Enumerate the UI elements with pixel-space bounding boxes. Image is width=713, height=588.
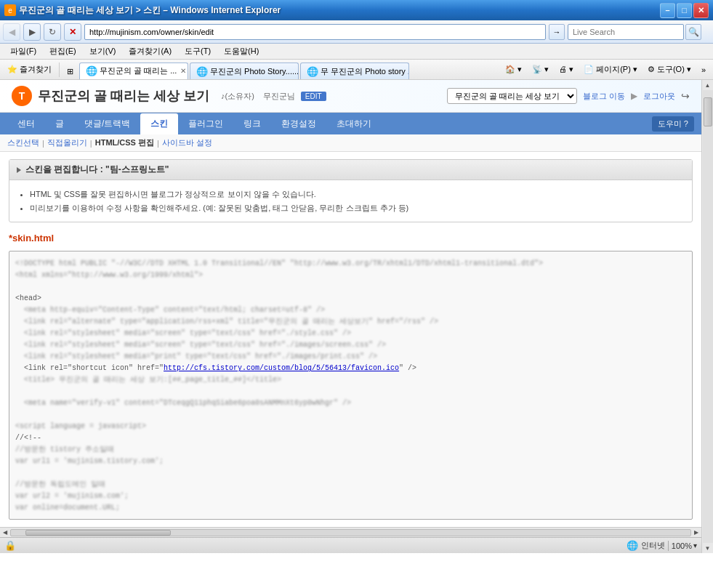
code-line-20: //방문한 독립도메인 일때	[15, 479, 686, 490]
code-editor[interactable]: <!DOCTYPE html PUBLIC "-//W3C//DTD XHTML…	[9, 251, 693, 520]
code-line-3	[15, 281, 686, 292]
favorites-grid-btn[interactable]: ⊞	[63, 64, 78, 80]
scroll-thumb[interactable]	[25, 530, 171, 536]
zoom-control[interactable]: 100% ▾	[672, 541, 697, 550]
status-bar: 🔒 🌐 인터넷 100% ▾	[0, 537, 701, 553]
print-button[interactable]: 🖨 ▾	[555, 62, 578, 78]
tab-comments[interactable]: 댓글/트랙백	[74, 113, 140, 134]
section-header: 스킨을 편집합니다 : "팀-스프링노트"	[9, 160, 692, 180]
section-title: 스킨을 편집합니다 : "팀-스프링노트"	[25, 164, 169, 176]
tab-invite[interactable]: 초대하기	[326, 113, 382, 134]
tab-1-close[interactable]: ✕	[180, 67, 186, 75]
blog-logo-area: T 무진군의 골 때리는 세상 보기 ♪(소유자) 무진군님 EDIT	[12, 86, 326, 106]
tab-3[interactable]: 🌐 무 무진군의 Photo story ... ✕	[300, 63, 409, 80]
code-line-14	[15, 409, 686, 420]
code-line-13: <meta name="verify-v1" content="DTceqgQ1…	[15, 398, 686, 408]
titlebar-title: 무진군의 골 때리는 세상 보기 > 스킨 – Windows Internet…	[19, 4, 657, 17]
scroll-left-arrow[interactable]: ◀	[1, 529, 9, 536]
breadcrumb-skin-select[interactable]: 스킨선택	[7, 137, 39, 148]
tab-settings[interactable]: 환경설정	[271, 113, 326, 134]
edit-button[interactable]: EDIT	[301, 92, 326, 101]
address-bar-container: →	[84, 24, 565, 40]
forward-button[interactable]: ▶	[23, 23, 41, 41]
tab-posts[interactable]: 글	[45, 113, 74, 134]
tab-2[interactable]: 🌐 무진군의 Photo Story...... ✕	[190, 63, 299, 80]
back-button[interactable]: ◀	[3, 23, 20, 41]
menu-help[interactable]: 도움말(H)	[218, 44, 265, 58]
main-content: 스킨을 편집합니다 : "팀-스프링노트" HTML 및 CSS를 잘못 편집하…	[0, 152, 701, 527]
search-input[interactable]	[568, 24, 684, 40]
nav-tabs: 센터 글 댓글/트랙백 스킨 플러그인 링크 환경설정 초대하기 도우미 ?	[0, 113, 701, 134]
search-container: 🔍	[568, 24, 701, 40]
titlebar-icon: e	[4, 4, 16, 16]
code-line-16: //<!--	[15, 432, 686, 443]
code-line-9: <link rel="stylesheet" media="print" typ…	[15, 351, 686, 362]
tab-link[interactable]: 링크	[233, 113, 271, 134]
menu-view[interactable]: 보기(V)	[84, 44, 122, 58]
scroll-down-arrow[interactable]: ▼	[703, 543, 713, 553]
code-line-22: var online=document.URL;	[15, 502, 686, 513]
menu-favorites[interactable]: 즐겨찾기(A)	[123, 44, 177, 58]
code-line-5: <meta http-equiv="Content-Type" content=…	[15, 305, 686, 315]
go-button[interactable]: →	[549, 24, 565, 40]
tools-button[interactable]: ⚙ 도구(O) ▾	[643, 62, 696, 78]
favorites-bar: ⭐ 즐겨찾기 ⊞ 🌐 무진군의 골 때리는 ... ✕ 🌐 무진군의 Photo…	[0, 60, 713, 80]
home-button[interactable]: 🏠 ▾	[501, 62, 526, 78]
breadcrumb-sidebar[interactable]: 사이드바 설정	[162, 137, 212, 148]
tab-3-label: 무 무진군의 Photo story ...	[321, 66, 409, 77]
horizontal-scrollbar[interactable]: ◀ ▶	[0, 527, 701, 537]
breadcrumb-upload[interactable]: 직접올리기	[47, 137, 87, 148]
address-input[interactable]	[84, 24, 546, 40]
stop-button[interactable]: ✕	[64, 23, 81, 41]
maximize-button[interactable]: □	[677, 3, 692, 18]
page-button[interactable]: 📄 페이지(P) ▾	[579, 62, 642, 78]
browser-content-area: T 무진군의 골 때리는 세상 보기 ♪(소유자) 무진군님 EDIT 무진군의…	[0, 80, 713, 553]
favorites-button[interactable]: ⭐ 즐겨찾기	[3, 62, 56, 78]
warning-1: HTML 및 CSS를 잘못 편집하시면 블로그가 정상적으로 보이지 않을 수…	[30, 188, 680, 201]
help-button[interactable]: 도우미 ?	[652, 116, 694, 132]
breadcrumb: 스킨선택 | 직접올리기 | HTML/CSS 편집 | 사이드바 설정	[0, 134, 701, 152]
scroll-right-arrow[interactable]: ▶	[693, 529, 700, 536]
warning-2: 미리보기를 이용하여 수정 사항을 확인해주세요. (예: 잘못된 맞춤법, 태…	[30, 201, 680, 215]
blog-move-btn[interactable]: 블로그 이동	[583, 91, 625, 102]
refresh-button[interactable]: ↻	[44, 23, 61, 41]
section-toggle-icon[interactable]	[17, 167, 21, 173]
code-line-17: //방문한 tistory 주소일때	[15, 444, 686, 455]
username: 무진군님	[263, 91, 295, 102]
code-line-18: var url1 = 'mujinism.tistory.com';	[15, 456, 686, 467]
info-section: 스킨을 편집합니다 : "팀-스프링노트" HTML 및 CSS를 잘못 편집하…	[9, 159, 693, 222]
menu-file[interactable]: 파일(F)	[4, 44, 42, 58]
code-line-10: <link rel="shortcut icon" href="http://c…	[15, 363, 686, 374]
status-zone: 🌐 인터넷 100% ▾	[627, 540, 697, 551]
minimize-button[interactable]: –	[660, 3, 675, 18]
code-line-19	[15, 467, 686, 478]
blog-nav-select[interactable]: 무진군의 골 때리는 세상 보기	[447, 88, 577, 104]
code-line-2: <html xmlns="http://www.w3.org/1999/xhtm…	[15, 270, 686, 281]
scroll-vertical-thumb[interactable]	[704, 97, 712, 126]
section-body: HTML 및 CSS를 잘못 편집하시면 블로그가 정상적으로 보이지 않을 수…	[9, 180, 692, 222]
scroll-up-arrow[interactable]: ▲	[703, 80, 713, 90]
tab-plugin[interactable]: 플러그인	[178, 113, 233, 134]
close-button[interactable]: ✕	[693, 3, 709, 18]
titlebar: e 무진군의 골 때리는 세상 보기 > 스킨 – Windows Intern…	[0, 0, 713, 20]
scroll-track	[10, 529, 691, 536]
zoom-dropdown-icon[interactable]: ▾	[693, 541, 697, 549]
skin-file-label: *skin.html	[9, 230, 693, 246]
tab-center[interactable]: 센터	[7, 113, 45, 134]
search-button[interactable]: 🔍	[685, 24, 701, 40]
vertical-scrollbar[interactable]: ▲ ▼	[701, 80, 713, 553]
code-line-23	[15, 514, 686, 520]
scroll-vertical-track	[703, 90, 713, 543]
logout-btn[interactable]: 로그아웃	[643, 91, 675, 102]
tab-2-label: 무진군의 Photo Story......	[210, 66, 299, 77]
rss-button[interactable]: 📡 ▾	[528, 62, 553, 78]
extend-button[interactable]: »	[697, 62, 710, 78]
menu-edit[interactable]: 편집(E)	[44, 44, 82, 58]
breadcrumb-current: HTML/CSS 편집	[95, 137, 154, 148]
tab-1[interactable]: 🌐 무진군의 골 때리는 ... ✕	[79, 63, 188, 80]
security-icon: 🔒	[4, 540, 16, 551]
tab-skin[interactable]: 스킨	[140, 113, 178, 134]
navigation-bar: ◀ ▶ ↻ ✕ → 🔍	[0, 20, 713, 44]
code-line-1: <!DOCTYPE html PUBLIC "-//W3C//DTD XHTML…	[15, 258, 686, 269]
menu-tools[interactable]: 도구(T)	[179, 44, 217, 58]
